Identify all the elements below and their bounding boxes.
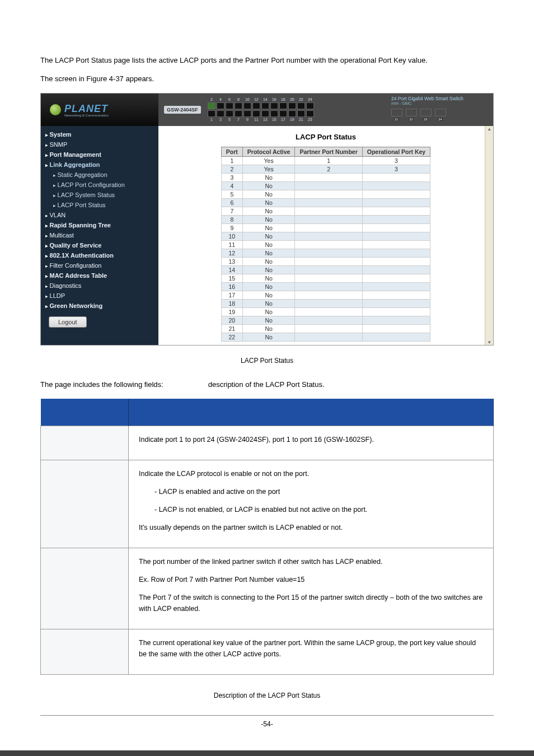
port-number-top: 18 — [281, 97, 285, 102]
sidebar-item[interactable]: System — [41, 129, 158, 139]
table-row: 21No — [221, 325, 430, 333]
sidebar-item[interactable]: VLAN — [41, 210, 158, 220]
mini-port-label: 24 — [438, 118, 443, 121]
table-cell — [295, 241, 362, 249]
table-row: 10No — [221, 232, 430, 241]
mini-port-icon: 21 — [391, 109, 402, 116]
app-main: LACP Port Status PortProtocol ActivePart… — [158, 126, 493, 345]
mini-port-label: 23 — [423, 118, 428, 121]
port-jack-icon — [270, 102, 278, 109]
port-number-top: 8 — [237, 97, 240, 102]
port-column: 21 — [208, 97, 216, 122]
table-row: 15No — [221, 274, 430, 283]
port-jack-icon — [208, 110, 216, 117]
port-number-bottom: 21 — [299, 118, 303, 122]
port-number-top: 20 — [290, 97, 294, 102]
table-cell: No — [242, 249, 295, 258]
sidebar-item[interactable]: Link Aggregation — [41, 160, 158, 170]
port-jack-icon — [288, 102, 296, 109]
table-cell: No — [242, 258, 295, 266]
sidebar-item[interactable]: Filter Configuration — [41, 260, 158, 270]
table-cell — [362, 182, 430, 190]
sidebar-item[interactable]: Multicast — [41, 230, 158, 240]
sidebar-item[interactable]: Quality of Service — [41, 240, 158, 250]
table-cell — [362, 308, 430, 316]
table-cell: No — [242, 224, 295, 232]
port-jack-icon — [306, 102, 314, 109]
fields-intro-1: The page includes the following fields: — [40, 380, 163, 389]
table-cell — [362, 199, 430, 207]
port-jack-icon — [217, 102, 224, 109]
field-desc-cell: Indicate the LCAP protocol is enable or … — [129, 460, 494, 548]
sidebar-item[interactable]: Static Aggregation — [41, 170, 158, 180]
port-jack-icon — [252, 110, 260, 117]
banner-right-sub: mini - GBIC — [391, 101, 489, 105]
table-cell — [295, 216, 362, 224]
table-cell — [295, 174, 362, 182]
table-cell: No — [242, 182, 295, 190]
scroll-up-icon[interactable]: ▴ — [485, 126, 493, 132]
sidebar-item[interactable]: LACP Port Configuration — [41, 180, 158, 190]
table-cell — [362, 300, 430, 308]
table-row: 19No — [221, 308, 430, 316]
scrollbar[interactable]: ▴ ▾ — [485, 126, 493, 345]
table-cell — [295, 333, 362, 342]
mini-port-label: 22 — [409, 118, 414, 121]
port-number-bottom: 7 — [237, 118, 240, 122]
field-desc: Indicate port 1 to port 24 (GSW-24024SF)… — [139, 434, 483, 445]
sidebar-item[interactable]: MAC Address Table — [41, 270, 158, 281]
table-cell: 3 — [221, 174, 242, 182]
sidebar-item[interactable]: LACP System Status — [41, 190, 158, 200]
field-row: Indicate port 1 to port 24 (GSW-24024SF)… — [41, 426, 494, 460]
table-cell: No — [242, 333, 295, 342]
banner-right: 24 Port Gigabit Web Smart Switch mini - … — [387, 94, 493, 126]
port-number-bottom: 1 — [210, 118, 213, 122]
field-desc-extra: - LACP is enabled and active on the port — [139, 486, 483, 497]
port-jack-icon — [288, 110, 296, 117]
sidebar-item[interactable]: Rapid Spanning Tree — [41, 220, 158, 230]
table-row: 6No — [221, 199, 430, 207]
sidebar-item[interactable]: LACP Port Status — [41, 200, 158, 210]
scroll-down-icon[interactable]: ▾ — [485, 339, 493, 345]
port-jack-icon — [279, 110, 287, 117]
logout-button[interactable]: Logout — [49, 316, 87, 328]
sidebar-item[interactable]: 802.1X Authentication — [41, 250, 158, 260]
field-desc: The current operational key value of the… — [139, 637, 483, 660]
field-desc-cell: The current operational key value of the… — [129, 629, 494, 675]
intro-line-2: The screen in Figure 4-37 appears. — [40, 74, 494, 83]
table-cell — [362, 266, 430, 274]
port-jack-icon — [226, 102, 233, 109]
table-cell: No — [242, 174, 295, 182]
port-jack-icon — [226, 110, 233, 117]
sidebar-item[interactable]: Port Management — [41, 150, 158, 160]
port-number-bottom: 9 — [246, 118, 249, 122]
table-cell — [362, 316, 430, 325]
main-title: LACP Port Status — [164, 133, 488, 141]
table-header: Port — [221, 147, 242, 157]
port-number-top: 2 — [210, 97, 213, 102]
port-jack-icon — [297, 110, 305, 117]
sidebar-item[interactable]: Green Networking — [41, 301, 158, 311]
table-row: 22No — [221, 333, 430, 342]
table-cell — [362, 333, 430, 342]
table-cell — [295, 291, 362, 300]
sidebar-item[interactable]: SNMP — [41, 139, 158, 150]
mini-port-icon: 23 — [420, 109, 432, 116]
sidebar-item[interactable]: Diagnostics — [41, 281, 158, 291]
port-jack-icon — [279, 102, 287, 109]
table-cell — [295, 308, 362, 316]
port-jack-icon — [252, 102, 260, 109]
sidebar-item[interactable]: LLDP — [41, 291, 158, 301]
table-cell: 8 — [221, 216, 242, 224]
table-header: Partner Port Number — [295, 147, 362, 157]
table-cell — [362, 232, 430, 241]
logo-sub: Networking & Communication — [64, 114, 109, 117]
port-number-top: 14 — [263, 97, 268, 102]
field-row: Indicate the LCAP protocol is enable or … — [41, 460, 494, 548]
table-cell — [295, 199, 362, 207]
table-cell: 21 — [221, 325, 242, 333]
table-cell: 3 — [362, 165, 430, 174]
table-cell — [295, 182, 362, 190]
table-row: 17No — [221, 291, 430, 300]
port-jack-icon — [261, 102, 269, 109]
